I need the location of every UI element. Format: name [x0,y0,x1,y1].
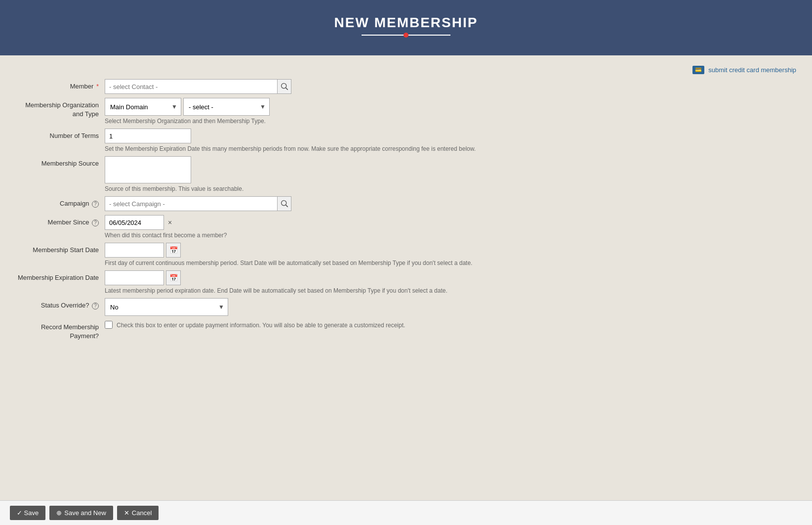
submit-link-row: 💳 submit credit card membership [16,65,796,74]
record-payment-field: Check this box to enter or update paymen… [105,320,796,329]
terms-input[interactable] [105,129,191,143]
member-label: Member * [16,79,105,91]
member-search-button[interactable] [278,79,291,94]
source-field: Source of this membership. This value is… [105,156,796,192]
expiration-date-wrapper: 📅 [105,270,796,285]
start-date-field: 📅 First day of current continuous member… [105,243,796,266]
terms-row: Number of Terms Set the Membership Expir… [16,129,796,152]
submit-credit-card-label: submit credit card membership [708,66,796,74]
source-hint: Source of this membership. This value is… [105,185,796,192]
member-since-input[interactable] [105,215,164,230]
expiration-calendar-icon: 📅 [169,274,178,282]
org-select-wrapper: Main Domain ▼ [105,98,181,116]
expiration-date-label: Membership Expiration Date [16,270,105,282]
type-select-wrapper: - select - ▼ [183,98,270,116]
member-since-date-wrapper: × [105,215,796,230]
source-textarea[interactable] [105,156,191,183]
calendar-icon: 📅 [169,246,178,254]
page-header: NEW MEMBERSHIP [0,0,812,55]
member-since-label: Member Since ? [16,215,105,227]
credit-card-icon: 💳 [692,66,704,74]
type-select[interactable]: - select - [183,98,270,116]
record-payment-checkbox-row: Check this box to enter or update paymen… [105,320,796,329]
start-date-calendar-button[interactable]: 📅 [166,243,181,258]
member-since-hint: When did this contact first become a mem… [105,232,796,239]
title-underline [362,35,450,36]
form-container: 💳 submit credit card membership Member * [16,65,796,341]
start-date-row: Membership Start Date 📅 First day of cur… [16,243,796,266]
member-since-info-icon[interactable]: ? [92,219,99,226]
campaign-search-input[interactable] [105,196,278,211]
org-type-selects: Main Domain ▼ - select - ▼ [105,98,796,116]
status-override-select[interactable]: No Yes [105,298,228,316]
member-since-row: Member Since ? × When did this contact f… [16,215,796,239]
member-field [105,79,796,94]
campaign-field [105,196,796,211]
record-payment-row: Record Membership Payment? Check this bo… [16,320,796,341]
search-icon [281,83,288,90]
member-search-input[interactable] [105,79,278,94]
status-override-info-icon[interactable]: ? [92,303,99,309]
content-area: 💳 submit credit card membership Member * [0,55,812,500]
org-type-row: Membership Organization and Type Main Do… [16,98,796,125]
expiration-date-calendar-button[interactable]: 📅 [166,270,181,285]
start-date-wrapper: 📅 [105,243,796,258]
campaign-row: Campaign ? [16,196,796,211]
expiration-date-input[interactable] [105,270,164,285]
campaign-search-button[interactable] [278,196,291,211]
expiration-date-row: Membership Expiration Date 📅 Latest memb… [16,270,796,294]
campaign-label: Campaign ? [16,196,105,208]
member-row: Member * [16,79,796,94]
record-payment-hint: Check this box to enter or update paymen… [117,322,405,329]
record-payment-checkbox[interactable] [105,321,113,329]
start-date-input[interactable] [105,243,164,258]
org-type-label: Membership Organization and Type [16,98,105,119]
status-override-row: Status Override? ? No Yes ▼ [16,298,796,316]
start-date-hint: First day of current continuous membersh… [105,260,796,266]
expiration-date-field: 📅 Latest membership period expiration da… [105,270,796,294]
source-label: Membership Source [16,156,105,168]
start-date-label: Membership Start Date [16,243,105,255]
expiration-date-hint: Latest membership period expiration date… [105,287,796,294]
title-dot [404,33,408,38]
record-payment-label: Record Membership Payment? [16,320,105,341]
terms-field: Set the Membership Expiration Date this … [105,129,796,152]
member-since-clear-button[interactable]: × [166,219,174,226]
submit-credit-card-link[interactable]: 💳 submit credit card membership [692,66,796,74]
status-select-wrapper: No Yes ▼ [105,298,228,316]
status-override-field: No Yes ▼ [105,298,796,316]
terms-hint: Set the Membership Expiration Date this … [105,145,796,152]
terms-label: Number of Terms [16,129,105,140]
source-row: Membership Source Source of this members… [16,156,796,192]
org-type-hint: Select Membership Organization and then … [105,118,796,125]
member-required: * [94,83,99,90]
member-search-wrapper [105,79,796,94]
campaign-info-icon[interactable]: ? [92,201,99,208]
page-title: NEW MEMBERSHIP [10,15,802,31]
member-since-field: × When did this contact first become a m… [105,215,796,239]
campaign-search-wrapper [105,196,796,211]
org-type-field: Main Domain ▼ - select - ▼ Select Member… [105,98,796,125]
campaign-search-icon [281,200,288,207]
org-select[interactable]: Main Domain [105,98,181,116]
status-override-label: Status Override? ? [16,298,105,310]
